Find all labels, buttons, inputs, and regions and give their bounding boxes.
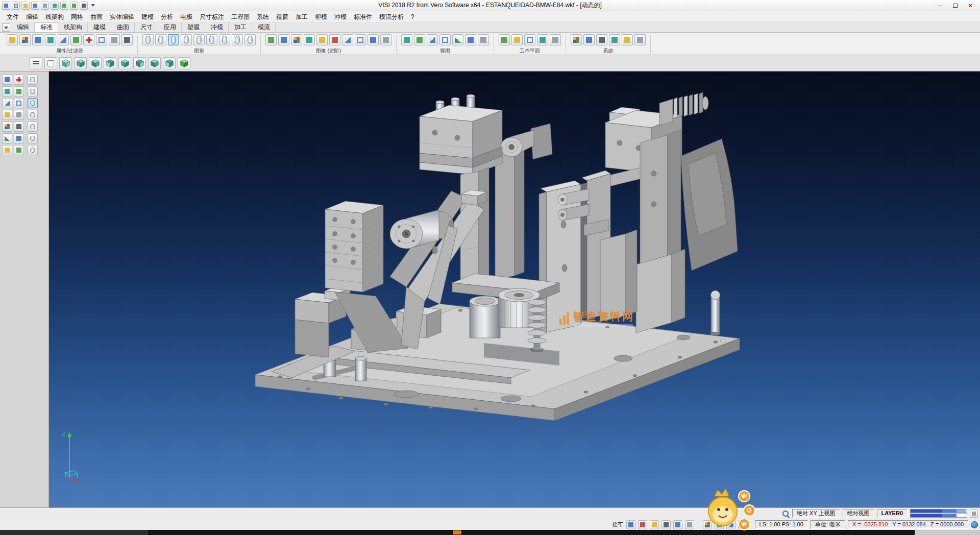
color-table-icon[interactable]	[571, 34, 582, 45]
show-dimensions-icon[interactable]	[28, 121, 38, 132]
tab-mold[interactable]: 塑膜	[182, 22, 205, 32]
menu-machining[interactable]: 加工	[292, 11, 311, 22]
hidden-line-display-icon[interactable]	[155, 34, 166, 45]
rotate-view-icon[interactable]	[304, 34, 315, 45]
transparent-display-icon[interactable]	[193, 34, 205, 45]
notes-tool-icon[interactable]	[2, 145, 12, 155]
menu-surface[interactable]: 曲面	[87, 11, 106, 22]
move-icon[interactable]	[2, 86, 12, 96]
hide-icon[interactable]	[28, 145, 38, 155]
absolute-view-field[interactable]: 绝对视图	[843, 509, 874, 518]
redraw-icon[interactable]	[342, 34, 353, 45]
menu-file[interactable]: 文件	[3, 11, 22, 22]
view-iso-icon[interactable]	[439, 34, 451, 45]
color-filter-icon[interactable]	[19, 34, 31, 45]
printer-icon[interactable]	[685, 520, 694, 529]
menu-solid-edit[interactable]: 实体编辑	[106, 11, 138, 22]
maximize-button[interactable]	[947, 1, 963, 10]
monitor-icon[interactable]	[626, 520, 635, 529]
menu-mold[interactable]: 塑模	[311, 11, 331, 22]
new-file-icon[interactable]	[12, 2, 20, 10]
multi-view-icon[interactable]	[355, 34, 366, 45]
properties-icon[interactable]	[96, 34, 107, 45]
help-icon[interactable]	[673, 520, 682, 529]
delete-icon[interactable]	[14, 75, 24, 85]
tab-machining[interactable]: 加工	[229, 22, 252, 32]
zoom-window-icon[interactable]	[265, 34, 277, 45]
iso-cube-icon-2[interactable]	[74, 57, 87, 69]
copy-icon[interactable]	[14, 86, 24, 96]
refresh-tool-icon[interactable]	[14, 145, 24, 155]
pan-icon[interactable]	[291, 34, 302, 45]
measure-icon[interactable]	[2, 121, 12, 132]
menu-modeling[interactable]: 建模	[138, 11, 157, 22]
show-surfaces-icon[interactable]	[28, 86, 38, 96]
iso-cube-icon-8[interactable]	[163, 57, 176, 69]
preview-icon[interactable]	[51, 2, 59, 10]
redo-icon[interactable]	[70, 2, 78, 10]
iso-cube-icon-6[interactable]	[133, 57, 146, 69]
mask-icon[interactable]	[58, 34, 69, 45]
workplane-manager-icon[interactable]	[550, 34, 561, 45]
tab-wireframe[interactable]: 线架构	[58, 22, 88, 32]
tab-die[interactable]: 冲模	[205, 22, 229, 32]
wireframe-display-icon[interactable]	[142, 34, 154, 45]
taskbar-app-icon[interactable]	[453, 530, 461, 534]
align-view-icon[interactable]	[465, 34, 476, 45]
tab-edit[interactable]: 编辑	[11, 22, 35, 32]
iso-cube-icon-7[interactable]	[148, 57, 161, 69]
zoom-fit-icon[interactable]	[278, 34, 289, 45]
display-settings-icon[interactable]	[583, 34, 595, 45]
view-side-icon[interactable]	[427, 34, 438, 45]
clear-filter-icon[interactable]	[83, 34, 94, 45]
tab-standard[interactable]: 标准	[35, 22, 58, 32]
layer-color-bars[interactable]	[910, 509, 967, 518]
print-icon[interactable]	[41, 2, 49, 10]
tab-list-dropdown-icon[interactable]	[2, 23, 10, 32]
shaded-cube-icon[interactable]	[178, 57, 190, 69]
menu-electrode[interactable]: 电极	[177, 11, 196, 22]
network-icon[interactable]	[971, 521, 978, 528]
tab-modeling[interactable]: 建模	[88, 22, 111, 32]
pixel-grid-icon[interactable]	[622, 34, 633, 45]
notes-icon[interactable]	[650, 520, 659, 529]
layer-filter-icon[interactable]	[32, 34, 43, 45]
gallery-icon[interactable]	[380, 34, 391, 45]
tab-application[interactable]: 应用	[158, 22, 182, 32]
performance-icon[interactable]	[634, 34, 646, 45]
edges-display-icon[interactable]	[219, 34, 230, 45]
close-button[interactable]: ×	[963, 1, 978, 10]
view-normal-icon[interactable]	[452, 34, 463, 45]
shaded-display-icon[interactable]	[168, 34, 179, 45]
menu-system[interactable]: 系统	[253, 11, 273, 22]
workplane-new-icon[interactable]	[499, 34, 510, 45]
tab-surface[interactable]: 曲面	[111, 22, 135, 32]
view-mode-field[interactable]: 绝对 XY 上视图	[792, 509, 840, 518]
section-display-icon[interactable]	[206, 34, 217, 45]
system-settings-icon[interactable]	[596, 34, 607, 45]
view-front-icon[interactable]	[414, 34, 425, 45]
show-solids-icon[interactable]	[28, 75, 38, 85]
reset-view-icon[interactable]	[44, 57, 57, 69]
view-top-icon[interactable]	[401, 34, 412, 45]
app-icon[interactable]	[2, 2, 10, 10]
menu-edit[interactable]: 编辑	[22, 11, 42, 22]
refresh-icon[interactable]	[329, 34, 340, 45]
snap-tool-icon[interactable]	[2, 133, 12, 143]
silhouette-display-icon[interactable]	[232, 34, 243, 45]
iso-cube-icon-4[interactable]	[104, 57, 116, 69]
previous-view-icon[interactable]	[316, 34, 328, 45]
menu-window[interactable]: 视窗	[273, 11, 292, 22]
pin-label[interactable]: 拴牢	[612, 521, 624, 528]
attribute-edit-icon[interactable]	[7, 34, 18, 45]
iso-cube-icon-3[interactable]	[89, 57, 102, 69]
save-icon[interactable]	[31, 2, 39, 10]
filter-settings-icon[interactable]	[121, 34, 133, 45]
pencil-icon[interactable]	[662, 520, 671, 529]
layer-field[interactable]: LAYER0	[877, 509, 908, 518]
qat-settings-icon[interactable]	[80, 2, 88, 10]
menu-analysis[interactable]: 分析	[157, 11, 177, 22]
graphics-viewport[interactable]: 智造资料网 Z	[49, 71, 980, 507]
info-icon[interactable]	[14, 121, 24, 132]
workplane-align-icon[interactable]	[511, 34, 523, 45]
